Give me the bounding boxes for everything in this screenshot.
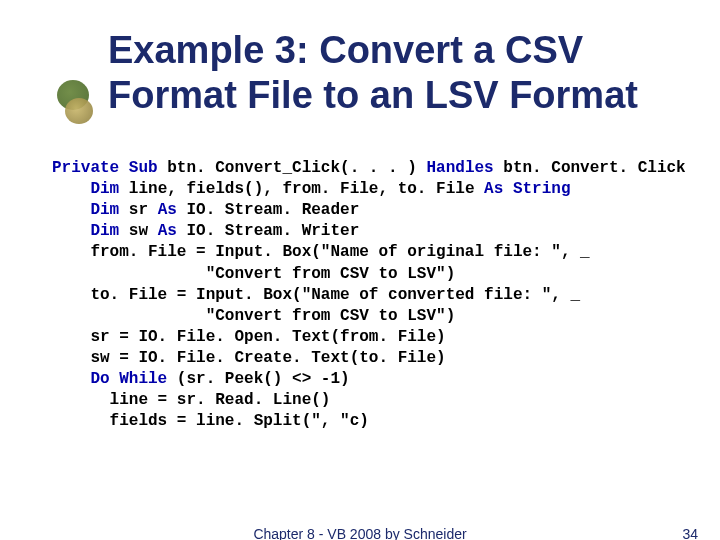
code-text: (sr. Peek() <> -1) — [167, 370, 349, 388]
code-text — [52, 180, 90, 198]
code-text: from. File = Input. Box("Name of origina… — [52, 243, 590, 261]
code-text: sw — [119, 222, 157, 240]
keyword: As — [158, 222, 177, 240]
code-text: to. File = Input. Box("Name of converted… — [52, 286, 580, 304]
slide-title: Example 3: Convert a CSV Format File to … — [108, 28, 668, 118]
keyword: As — [158, 201, 177, 219]
code-text: btn. Convert_Click(. . . ) — [158, 159, 427, 177]
code-text — [52, 201, 90, 219]
code-text: "Convert from CSV to LSV") — [52, 307, 455, 325]
footer-center: Chapter 8 - VB 2008 by Schneider — [0, 526, 720, 540]
code-text: sr = IO. File. Open. Text(from. File) — [52, 328, 446, 346]
keyword: Handles — [426, 159, 493, 177]
keyword: Dim — [90, 201, 119, 219]
keyword: Dim — [90, 180, 119, 198]
page-number: 34 — [682, 526, 698, 540]
keyword: Do While — [90, 370, 167, 388]
code-text: sr — [119, 201, 157, 219]
keyword: Dim — [90, 222, 119, 240]
keyword: As String — [484, 180, 570, 198]
code-text — [52, 370, 90, 388]
code-text: IO. Stream. Writer — [177, 222, 359, 240]
code-block: Private Sub btn. Convert_Click(. . . ) H… — [52, 158, 686, 432]
decorative-bullet-icon — [55, 80, 101, 126]
code-text: line, fields(), from. File, to. File — [119, 180, 484, 198]
code-text: sw = IO. File. Create. Text(to. File) — [52, 349, 446, 367]
code-text: fields = line. Split(", "c) — [52, 412, 369, 430]
code-text: IO. Stream. Reader — [177, 201, 359, 219]
code-text: line = sr. Read. Line() — [52, 391, 330, 409]
code-text — [52, 222, 90, 240]
code-text: "Convert from CSV to LSV") — [52, 265, 455, 283]
keyword: Private Sub — [52, 159, 158, 177]
code-text: btn. Convert. Click — [494, 159, 686, 177]
